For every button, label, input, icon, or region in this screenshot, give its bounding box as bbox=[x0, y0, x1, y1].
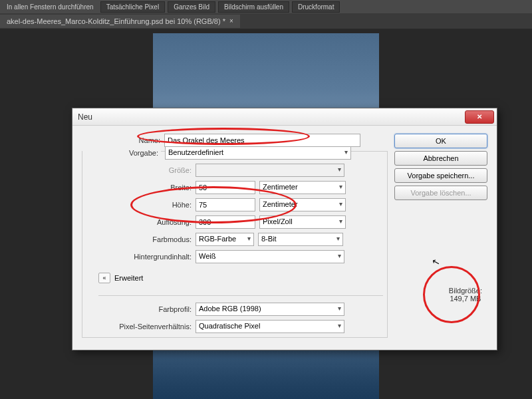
pixelratio-label: Pixel-Seitenverhältnis: bbox=[82, 323, 192, 331]
size-label: Größe: bbox=[82, 166, 192, 174]
document-tab-bar: akel-des-Meeres_Marco-Kolditz_Einführung… bbox=[0, 13, 532, 29]
image-size-label: Bildgröße: bbox=[449, 287, 482, 295]
image-size-value: 149,7 MB bbox=[449, 295, 482, 303]
colormode-select[interactable]: RGB-Farbe bbox=[196, 233, 254, 246]
resolution-label: Auflösung: bbox=[82, 218, 192, 226]
options-bar: In allen Fenstern durchführen Tatsächlic… bbox=[0, 0, 532, 13]
size-select bbox=[196, 164, 344, 177]
save-preset-button[interactable]: Vorgabe speichern... bbox=[394, 168, 487, 183]
advanced-toggle[interactable]: « Erweitert bbox=[98, 273, 143, 283]
dialog-title: Neu bbox=[78, 112, 92, 122]
pixelratio-select[interactable]: Quadratische Pixel bbox=[196, 320, 344, 333]
colorprofile-label: Farbprofil: bbox=[82, 305, 192, 313]
actual-pixels-button[interactable]: Tatsächliche Pixel bbox=[100, 1, 165, 13]
chevron-up-icon: « bbox=[98, 273, 110, 283]
bgcontent-select[interactable]: Weiß bbox=[196, 250, 344, 263]
cancel-button[interactable]: Abbrechen bbox=[394, 151, 487, 166]
fit-screen-button[interactable]: Ganzes Bild bbox=[168, 1, 215, 13]
height-unit-select[interactable]: Zentimeter bbox=[259, 198, 346, 211]
divider bbox=[98, 295, 383, 296]
bgcontent-label: Hintergrundinhalt: bbox=[82, 253, 192, 261]
tab-title: akel-des-Meeres_Marco-Kolditz_Einführung… bbox=[7, 17, 225, 25]
colormode-label: Farbmodus: bbox=[82, 235, 192, 243]
width-unit-select[interactable]: Zentimeter bbox=[259, 181, 346, 194]
dialog-close-button[interactable] bbox=[465, 110, 494, 124]
colorprofile-select[interactable]: Adobe RGB (1998) bbox=[196, 303, 344, 316]
document-tab[interactable]: akel-des-Meeres_Marco-Kolditz_Einführung… bbox=[0, 15, 240, 28]
width-label: Breite: bbox=[82, 184, 192, 192]
resolution-input[interactable] bbox=[196, 215, 255, 229]
fill-screen-button[interactable]: Bildschirm ausfüllen bbox=[218, 1, 289, 13]
toolbar-label: In allen Fenstern durchführen bbox=[3, 3, 98, 11]
new-document-dialog: Neu Name: Vorgabe: Benutzerdefiniert Grö… bbox=[72, 108, 497, 350]
resolution-unit-select[interactable]: Pixel/Zoll bbox=[259, 215, 346, 229]
ok-button[interactable]: OK bbox=[394, 134, 487, 148]
preset-select[interactable]: Benutzerdefiniert bbox=[165, 146, 351, 160]
delete-preset-button: Vorgabe löschen... bbox=[394, 186, 487, 200]
preset-label: Vorgabe: bbox=[82, 149, 161, 157]
print-size-button[interactable]: Druckformat bbox=[292, 1, 340, 13]
dialog-titlebar[interactable]: Neu bbox=[72, 108, 497, 126]
image-size-info: Bildgröße: 149,7 MB bbox=[449, 287, 482, 303]
name-input[interactable] bbox=[164, 134, 360, 147]
name-label: Name: bbox=[82, 136, 160, 144]
height-label: Höhe: bbox=[82, 201, 192, 209]
height-input[interactable] bbox=[196, 198, 255, 211]
width-input[interactable] bbox=[196, 181, 255, 194]
close-icon[interactable]: × bbox=[229, 17, 233, 25]
bitdepth-select[interactable]: 8-Bit bbox=[258, 233, 343, 246]
advanced-label: Erweitert bbox=[114, 274, 143, 282]
